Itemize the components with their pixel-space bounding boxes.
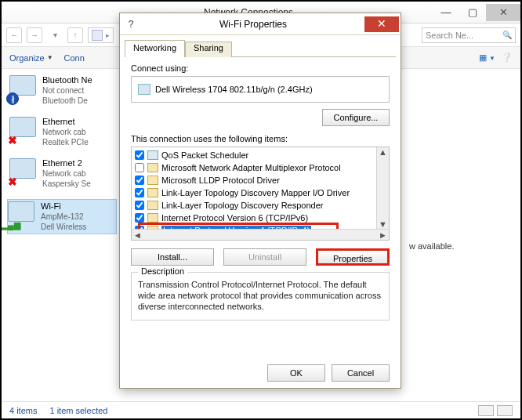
- adapter-name: Bluetooth Ne: [42, 75, 92, 85]
- install-button[interactable]: Install...: [131, 248, 214, 266]
- connect-menu[interactable]: Conn: [64, 53, 85, 63]
- cancel-button[interactable]: Cancel: [332, 364, 390, 382]
- search-icon: 🔍: [502, 31, 512, 39]
- connection-item[interactable]: Link-Layer Topology Discovery Mapper I/O…: [133, 186, 387, 199]
- close-button[interactable]: ✕: [486, 4, 520, 21]
- maximize-button[interactable]: ▢: [459, 4, 486, 21]
- view-details-icon[interactable]: [478, 405, 494, 416]
- tab-sharing[interactable]: Sharing: [185, 42, 232, 57]
- search-placeholder: Search Ne...: [426, 31, 473, 40]
- adapter-sub1: Not connect: [42, 85, 92, 96]
- wifi-signal-icon: ▂▄▆: [5, 219, 17, 231]
- dialog-close-button[interactable]: ✕: [364, 16, 399, 32]
- nav-up-button[interactable]: ↑: [67, 27, 83, 43]
- nic-icon: [138, 84, 150, 95]
- search-input[interactable]: Search Ne... 🔍: [422, 27, 516, 43]
- connect-using-label: Connect using:: [131, 63, 390, 73]
- adapter-item[interactable]: ▂▄▆Wi-FiAmpMe-132Dell Wireless: [8, 200, 116, 234]
- adapter-name: Dell Wireless 1704 802.11b/g/n (2.4GHz): [155, 85, 313, 94]
- item-checkbox[interactable]: [135, 150, 144, 160]
- nav-forward-button[interactable]: →: [27, 27, 42, 43]
- adapter-sub2: Dell Wireless: [41, 222, 86, 232]
- item-checkbox[interactable]: [135, 163, 144, 172]
- adapter-field[interactable]: Dell Wireless 1704 802.11b/g/n (2.4GHz): [131, 76, 390, 103]
- connection-item[interactable]: Link-Layer Topology Discovery Responder: [133, 199, 387, 212]
- protocol-icon: [147, 201, 158, 210]
- dialog-title: Wi-Fi Properties: [142, 19, 364, 30]
- status-selected-count: 1 item selected: [49, 406, 107, 415]
- ok-button[interactable]: OK: [267, 364, 325, 382]
- adapter-sub2: Bluetooth De: [42, 96, 92, 106]
- status-bar: 4 items 1 item selected: [2, 401, 520, 418]
- dialog-titlebar: ? Wi-Fi Properties ✕: [120, 13, 401, 35]
- adapter-item[interactable]: ✖Ethernet 2Network cabKaspersky Se: [9, 158, 116, 189]
- minimize-button[interactable]: —: [433, 4, 459, 21]
- protocol-icon: [147, 188, 158, 197]
- protocol-icon: [147, 150, 158, 160]
- item-checkbox[interactable]: [135, 176, 144, 185]
- nav-back-button[interactable]: ←: [6, 27, 22, 43]
- view-large-icon[interactable]: [497, 405, 513, 416]
- help-button[interactable]: ❔: [502, 52, 513, 63]
- chevron-down-icon: ▼: [47, 54, 53, 61]
- adapter-sub1: AmpMe-132: [41, 212, 86, 222]
- horizontal-scrollbar[interactable]: ◄►: [132, 229, 389, 240]
- item-label: Microsoft Network Adapter Multiplexor Pr…: [161, 163, 341, 172]
- description-legend: Description: [138, 266, 187, 276]
- uninstall-button: Uninstall: [223, 248, 306, 266]
- configure-button[interactable]: Configure...: [322, 109, 390, 126]
- item-label: Internet Protocol Version 6 (TCP/IPv6): [161, 213, 308, 223]
- adapter-name: Ethernet 2: [42, 158, 91, 168]
- tab-networking[interactable]: Networking: [125, 40, 185, 57]
- dialog-help-button[interactable]: ?: [120, 19, 142, 30]
- view-dropdown-button[interactable]: ▦ ▼: [479, 52, 495, 63]
- adapter-sub2: Realtek PCIe: [42, 137, 89, 147]
- item-label: Microsoft LLDP Protocol Driver: [161, 176, 280, 185]
- item-checkbox[interactable]: [135, 213, 144, 223]
- vertical-scrollbar[interactable]: ▲▼: [376, 147, 389, 229]
- organize-menu[interactable]: Organize ▼: [9, 53, 53, 63]
- right-pane-text: w available.: [409, 241, 454, 251]
- connection-items-listbox[interactable]: QoS Packet SchedulerMicrosoft Network Ad…: [131, 147, 390, 241]
- disconnected-icon: ✖: [6, 176, 19, 188]
- adapter-list: ∦Bluetooth NeNot connectBluetooth De✖Eth…: [2, 69, 119, 401]
- item-label: QoS Packet Scheduler: [161, 150, 248, 160]
- item-label: Link-Layer Topology Discovery Responder: [161, 201, 323, 210]
- description-text: Transmission Control Protocol/Internet P…: [138, 279, 382, 312]
- status-item-count: 4 items: [9, 406, 37, 415]
- item-checkbox[interactable]: [135, 201, 144, 210]
- window-controls: — ▢ ✕: [433, 4, 520, 21]
- chevron-right-icon: ▸: [106, 31, 110, 39]
- adapter-name: Ethernet: [42, 117, 89, 127]
- adapter-sub1: Network cab: [42, 168, 91, 179]
- properties-button[interactable]: Properties: [316, 248, 390, 266]
- protocol-icon: [147, 163, 158, 172]
- adapter-name: Wi-Fi: [41, 201, 86, 212]
- disconnected-icon: ✖: [6, 134, 19, 147]
- connection-item[interactable]: Microsoft Network Adapter Multiplexor Pr…: [133, 161, 387, 174]
- dialog-tabs: Networking Sharing: [125, 40, 396, 57]
- description-group: Description Transmission Control Protoco…: [131, 272, 390, 320]
- items-label: This connection uses the following items…: [131, 134, 390, 143]
- connection-item[interactable]: Microsoft LLDP Protocol Driver: [133, 174, 387, 186]
- nav-recent-dropdown[interactable]: ▾: [47, 27, 63, 43]
- bluetooth-icon: ∦: [6, 92, 19, 105]
- wifi-properties-dialog: ? Wi-Fi Properties ✕ Networking Sharing …: [119, 13, 401, 389]
- adapter-sub1: Network cab: [42, 127, 89, 137]
- item-checkbox[interactable]: [135, 188, 144, 197]
- item-label: Link-Layer Topology Discovery Mapper I/O…: [161, 188, 350, 197]
- breadcrumb[interactable]: ▸: [88, 27, 114, 43]
- connection-item[interactable]: Internet Protocol Version 6 (TCP/IPv6): [133, 212, 387, 224]
- adapter-item[interactable]: ∦Bluetooth NeNot connectBluetooth De: [9, 75, 116, 106]
- protocol-icon: [147, 213, 158, 223]
- protocol-icon: [147, 176, 158, 185]
- adapter-sub2: Kaspersky Se: [42, 179, 91, 189]
- adapter-item[interactable]: ✖EthernetNetwork cabRealtek PCIe: [9, 117, 116, 147]
- location-icon: [92, 30, 103, 41]
- connection-item[interactable]: QoS Packet Scheduler: [133, 149, 387, 161]
